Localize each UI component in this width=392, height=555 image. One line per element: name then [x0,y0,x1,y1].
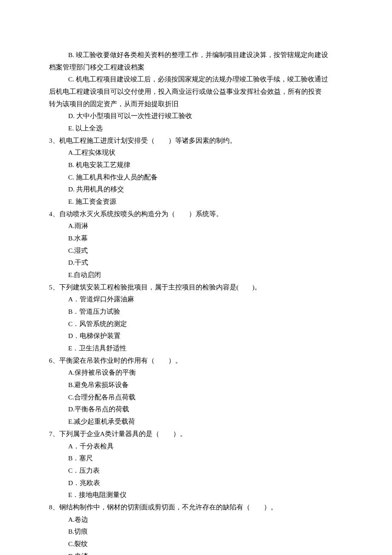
q5-option-e: E．卫生洁具舒适性 [49,342,343,355]
q5-stem: 5、下列建筑安装工程检验批项目，属于主控项目的检验内容是( )。 [49,281,343,294]
q3-option-b: B. 机电安装工艺规律 [49,159,343,171]
q2-option-d: D. 大中小型项目可以一次性进行竣工验收 [49,110,343,122]
q2-option-c-line3: 转为该项目的固定资产，从而开始提取折旧 [49,98,343,110]
q8-option-b: B.切痕 [49,526,343,538]
q7-option-a: A．千分表检具 [49,440,343,453]
q3-stem: 3、机电工程施工进度计划安排受（ ）等诸多因素的制约。 [49,135,343,147]
q6-stem: 6、平衡梁在吊装作业时的作用有（ ）。 [49,355,343,367]
q5-option-d: D．电梯保护装置 [49,330,343,342]
q3-option-a: A.工程实体现状 [49,147,343,159]
q5-option-c: C．风管系统的测定 [49,318,343,330]
q2-option-b-line2: 档案管理部门移交工程建设档案 [49,61,343,74]
q4-option-c: C.湿式 [49,245,343,257]
q5-option-a: A．管道焊口外露油麻 [49,293,343,306]
q7-option-d: D．兆欧表 [49,477,343,489]
q4-stem: 4、自动喷水灭火系统按喷头的构造分为（ ）系统等。 [49,208,343,220]
q2-option-c-line2: 后机电工程建设项目可以交付使用，投入商业运行或做公益事业发挥社会效益，所有的投资 [49,86,343,98]
q6-option-d: D.平衡各吊点的荷载 [49,403,343,416]
q3-option-c: C. 施工机具和作业人员的配备 [49,171,343,184]
q6-option-a: A.保持被吊设备的平衡 [49,367,343,379]
q6-option-b: B.避免吊索损坏设备 [49,379,343,391]
q5-option-b: B．管道压力试验 [49,306,343,318]
q6-option-e: E.减少起重机承受载荷 [49,416,343,428]
q6-option-c: C.合理分配各吊点荷载 [49,391,343,404]
q7-option-e: E．接地电阻测量仪 [49,489,343,501]
q2-option-e: E. 以上全选 [49,122,343,135]
q2-option-c-line1: C. 机电工程项目建设竣工后，必须按国家规定的法规办理竣工验收手续，竣工验收通过 [49,73,343,86]
q8-option-d: D.夹渣 [49,550,343,555]
q7-option-c: C．压力表 [49,465,343,477]
q8-option-a: A.卷边 [49,514,343,526]
q3-option-d: D. 共用机具的移交 [49,183,343,196]
q8-option-c: C.裂纹 [49,538,343,550]
q7-option-b: B．塞尺 [49,452,343,465]
q7-stem: 7、下列属于企业A类计量器具的是（ ）。 [49,428,343,440]
q4-option-a: A.雨淋 [49,220,343,232]
q4-option-e: E.自动启闭 [49,269,343,281]
q2-option-b-line1: B. 竣工验收要做好各类相关资料的整理工作，并编制项目建设决算，按管辖规定向建设 [49,49,343,61]
q3-option-e: E. 施工资金资源 [49,196,343,208]
q8-stem: 8、钢结构制作中，钢材的切割面或剪切面，不允许存在的缺陷有（ ）。 [49,501,343,514]
q4-option-b: B.水幕 [49,232,343,245]
q4-option-d: D.干式 [49,257,343,269]
